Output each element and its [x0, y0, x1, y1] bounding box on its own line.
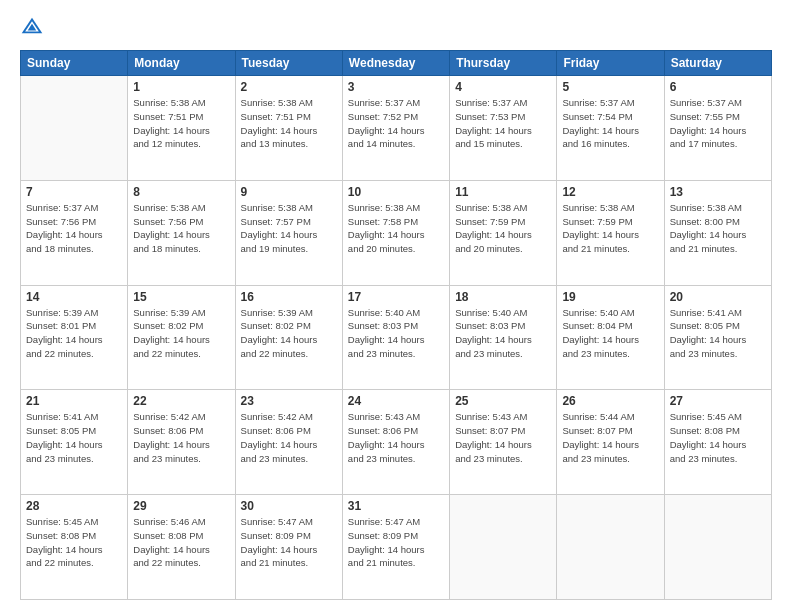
day-number: 28	[26, 499, 122, 513]
day-of-week-monday: Monday	[128, 51, 235, 76]
calendar-cell: 25Sunrise: 5:43 AM Sunset: 8:07 PM Dayli…	[450, 390, 557, 495]
day-info: Sunrise: 5:44 AM Sunset: 8:07 PM Dayligh…	[562, 410, 658, 465]
day-number: 4	[455, 80, 551, 94]
page: SundayMondayTuesdayWednesdayThursdayFrid…	[0, 0, 792, 612]
calendar-cell: 15Sunrise: 5:39 AM Sunset: 8:02 PM Dayli…	[128, 285, 235, 390]
day-info: Sunrise: 5:38 AM Sunset: 8:00 PM Dayligh…	[670, 201, 766, 256]
day-number: 5	[562, 80, 658, 94]
day-info: Sunrise: 5:38 AM Sunset: 7:51 PM Dayligh…	[133, 96, 229, 151]
day-number: 6	[670, 80, 766, 94]
calendar-cell: 9Sunrise: 5:38 AM Sunset: 7:57 PM Daylig…	[235, 180, 342, 285]
calendar-cell: 26Sunrise: 5:44 AM Sunset: 8:07 PM Dayli…	[557, 390, 664, 495]
day-number: 1	[133, 80, 229, 94]
day-number: 16	[241, 290, 337, 304]
day-info: Sunrise: 5:38 AM Sunset: 7:58 PM Dayligh…	[348, 201, 444, 256]
day-number: 19	[562, 290, 658, 304]
day-info: Sunrise: 5:43 AM Sunset: 8:06 PM Dayligh…	[348, 410, 444, 465]
day-number: 23	[241, 394, 337, 408]
calendar-cell: 6Sunrise: 5:37 AM Sunset: 7:55 PM Daylig…	[664, 76, 771, 181]
day-info: Sunrise: 5:37 AM Sunset: 7:52 PM Dayligh…	[348, 96, 444, 151]
day-number: 30	[241, 499, 337, 513]
calendar-cell: 12Sunrise: 5:38 AM Sunset: 7:59 PM Dayli…	[557, 180, 664, 285]
calendar-cell: 19Sunrise: 5:40 AM Sunset: 8:04 PM Dayli…	[557, 285, 664, 390]
calendar-week-row: 14Sunrise: 5:39 AM Sunset: 8:01 PM Dayli…	[21, 285, 772, 390]
calendar-cell	[664, 495, 771, 600]
calendar-cell: 7Sunrise: 5:37 AM Sunset: 7:56 PM Daylig…	[21, 180, 128, 285]
day-info: Sunrise: 5:38 AM Sunset: 7:59 PM Dayligh…	[455, 201, 551, 256]
day-info: Sunrise: 5:39 AM Sunset: 8:01 PM Dayligh…	[26, 306, 122, 361]
calendar-cell: 20Sunrise: 5:41 AM Sunset: 8:05 PM Dayli…	[664, 285, 771, 390]
day-info: Sunrise: 5:47 AM Sunset: 8:09 PM Dayligh…	[348, 515, 444, 570]
day-info: Sunrise: 5:45 AM Sunset: 8:08 PM Dayligh…	[26, 515, 122, 570]
logo-icon	[20, 16, 44, 40]
day-number: 18	[455, 290, 551, 304]
day-number: 10	[348, 185, 444, 199]
day-number: 31	[348, 499, 444, 513]
calendar-cell: 1Sunrise: 5:38 AM Sunset: 7:51 PM Daylig…	[128, 76, 235, 181]
day-number: 25	[455, 394, 551, 408]
calendar-cell	[450, 495, 557, 600]
day-number: 26	[562, 394, 658, 408]
day-info: Sunrise: 5:46 AM Sunset: 8:08 PM Dayligh…	[133, 515, 229, 570]
day-info: Sunrise: 5:41 AM Sunset: 8:05 PM Dayligh…	[26, 410, 122, 465]
calendar-table: SundayMondayTuesdayWednesdayThursdayFrid…	[20, 50, 772, 600]
day-of-week-thursday: Thursday	[450, 51, 557, 76]
calendar-cell: 8Sunrise: 5:38 AM Sunset: 7:56 PM Daylig…	[128, 180, 235, 285]
day-number: 22	[133, 394, 229, 408]
day-info: Sunrise: 5:38 AM Sunset: 7:59 PM Dayligh…	[562, 201, 658, 256]
day-info: Sunrise: 5:40 AM Sunset: 8:04 PM Dayligh…	[562, 306, 658, 361]
day-info: Sunrise: 5:45 AM Sunset: 8:08 PM Dayligh…	[670, 410, 766, 465]
day-info: Sunrise: 5:38 AM Sunset: 7:51 PM Dayligh…	[241, 96, 337, 151]
calendar-header-row: SundayMondayTuesdayWednesdayThursdayFrid…	[21, 51, 772, 76]
day-number: 2	[241, 80, 337, 94]
calendar-week-row: 7Sunrise: 5:37 AM Sunset: 7:56 PM Daylig…	[21, 180, 772, 285]
day-number: 20	[670, 290, 766, 304]
day-number: 11	[455, 185, 551, 199]
day-number: 27	[670, 394, 766, 408]
calendar-cell: 4Sunrise: 5:37 AM Sunset: 7:53 PM Daylig…	[450, 76, 557, 181]
day-number: 21	[26, 394, 122, 408]
calendar-cell: 18Sunrise: 5:40 AM Sunset: 8:03 PM Dayli…	[450, 285, 557, 390]
day-info: Sunrise: 5:37 AM Sunset: 7:54 PM Dayligh…	[562, 96, 658, 151]
day-of-week-friday: Friday	[557, 51, 664, 76]
day-of-week-saturday: Saturday	[664, 51, 771, 76]
calendar-cell: 10Sunrise: 5:38 AM Sunset: 7:58 PM Dayli…	[342, 180, 449, 285]
calendar-week-row: 1Sunrise: 5:38 AM Sunset: 7:51 PM Daylig…	[21, 76, 772, 181]
calendar-cell: 11Sunrise: 5:38 AM Sunset: 7:59 PM Dayli…	[450, 180, 557, 285]
calendar-cell	[557, 495, 664, 600]
day-number: 24	[348, 394, 444, 408]
day-of-week-wednesday: Wednesday	[342, 51, 449, 76]
day-info: Sunrise: 5:47 AM Sunset: 8:09 PM Dayligh…	[241, 515, 337, 570]
day-number: 14	[26, 290, 122, 304]
day-info: Sunrise: 5:40 AM Sunset: 8:03 PM Dayligh…	[348, 306, 444, 361]
calendar-cell: 5Sunrise: 5:37 AM Sunset: 7:54 PM Daylig…	[557, 76, 664, 181]
day-info: Sunrise: 5:39 AM Sunset: 8:02 PM Dayligh…	[133, 306, 229, 361]
day-info: Sunrise: 5:38 AM Sunset: 7:57 PM Dayligh…	[241, 201, 337, 256]
calendar-cell: 29Sunrise: 5:46 AM Sunset: 8:08 PM Dayli…	[128, 495, 235, 600]
day-number: 12	[562, 185, 658, 199]
calendar-cell: 28Sunrise: 5:45 AM Sunset: 8:08 PM Dayli…	[21, 495, 128, 600]
calendar-cell: 27Sunrise: 5:45 AM Sunset: 8:08 PM Dayli…	[664, 390, 771, 495]
day-info: Sunrise: 5:43 AM Sunset: 8:07 PM Dayligh…	[455, 410, 551, 465]
header	[20, 16, 772, 40]
calendar-cell: 21Sunrise: 5:41 AM Sunset: 8:05 PM Dayli…	[21, 390, 128, 495]
day-number: 9	[241, 185, 337, 199]
day-number: 3	[348, 80, 444, 94]
calendar-cell: 23Sunrise: 5:42 AM Sunset: 8:06 PM Dayli…	[235, 390, 342, 495]
calendar-cell: 31Sunrise: 5:47 AM Sunset: 8:09 PM Dayli…	[342, 495, 449, 600]
calendar-week-row: 28Sunrise: 5:45 AM Sunset: 8:08 PM Dayli…	[21, 495, 772, 600]
calendar-cell: 17Sunrise: 5:40 AM Sunset: 8:03 PM Dayli…	[342, 285, 449, 390]
day-number: 7	[26, 185, 122, 199]
day-number: 17	[348, 290, 444, 304]
day-info: Sunrise: 5:40 AM Sunset: 8:03 PM Dayligh…	[455, 306, 551, 361]
day-info: Sunrise: 5:37 AM Sunset: 7:53 PM Dayligh…	[455, 96, 551, 151]
day-info: Sunrise: 5:37 AM Sunset: 7:55 PM Dayligh…	[670, 96, 766, 151]
day-info: Sunrise: 5:37 AM Sunset: 7:56 PM Dayligh…	[26, 201, 122, 256]
day-of-week-tuesday: Tuesday	[235, 51, 342, 76]
calendar-cell: 16Sunrise: 5:39 AM Sunset: 8:02 PM Dayli…	[235, 285, 342, 390]
logo	[20, 16, 48, 40]
day-info: Sunrise: 5:39 AM Sunset: 8:02 PM Dayligh…	[241, 306, 337, 361]
calendar-cell: 14Sunrise: 5:39 AM Sunset: 8:01 PM Dayli…	[21, 285, 128, 390]
day-number: 15	[133, 290, 229, 304]
calendar-cell: 24Sunrise: 5:43 AM Sunset: 8:06 PM Dayli…	[342, 390, 449, 495]
